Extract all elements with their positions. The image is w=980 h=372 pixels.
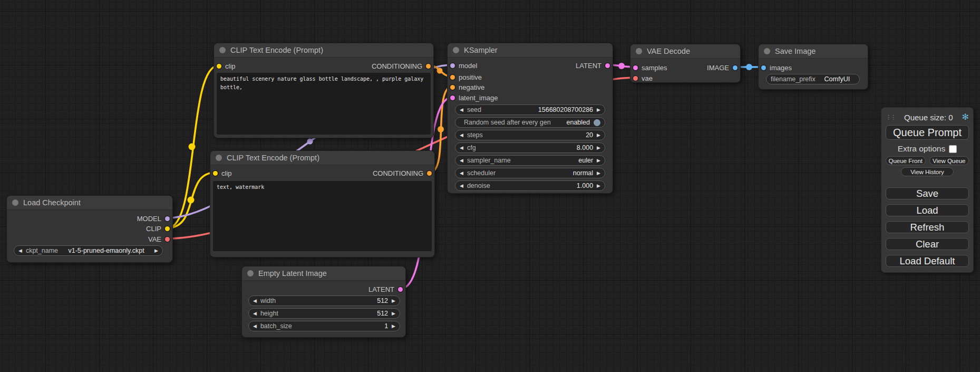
right-arrow-icon[interactable]: ▶ bbox=[392, 311, 395, 316]
output-port-clip[interactable]: CLIP bbox=[146, 224, 170, 233]
collapse-dot-icon[interactable] bbox=[219, 47, 226, 53]
positive-prompt-textarea[interactable]: beautiful scenery nature glass bottle la… bbox=[217, 73, 431, 135]
denoise-widget[interactable]: ◀ denoise 1.000 ▶ bbox=[455, 180, 605, 191]
collapse-dot-icon[interactable] bbox=[216, 155, 222, 161]
left-arrow-icon[interactable]: ◀ bbox=[253, 324, 257, 329]
collapse-dot-icon[interactable] bbox=[247, 270, 254, 276]
node-load-checkpoint[interactable]: Load Checkpoint MODEL CLIP VAE ◀ ckpt_na… bbox=[6, 195, 173, 263]
input-port-vae[interactable]: vae bbox=[633, 73, 653, 83]
load-default-button[interactable]: Load Default bbox=[886, 255, 969, 267]
image-port-dot-icon[interactable] bbox=[761, 65, 766, 70]
random-seed-toggle-icon[interactable] bbox=[594, 119, 600, 126]
save-button[interactable]: Save bbox=[886, 187, 969, 199]
collapse-dot-icon[interactable] bbox=[453, 47, 459, 53]
left-arrow-icon[interactable]: ◀ bbox=[253, 299, 257, 303]
left-arrow-icon[interactable]: ◀ bbox=[253, 311, 257, 316]
conditioning-port-dot-icon[interactable] bbox=[450, 75, 455, 80]
cfg-widget[interactable]: ◀ cfg 8.000 ▶ bbox=[455, 142, 605, 153]
steps-widget[interactable]: ◀ steps 20 ▶ bbox=[455, 130, 605, 140]
conditioning-port-dot-icon[interactable] bbox=[450, 85, 455, 90]
height-widget[interactable]: ◀ height 512 ▶ bbox=[248, 308, 400, 319]
latent-port-dot-icon[interactable] bbox=[605, 63, 610, 68]
clip-port-dot-icon[interactable] bbox=[217, 64, 221, 69]
input-port-clip[interactable]: clip bbox=[213, 168, 232, 178]
random-seed-widget[interactable]: Random seed after every gen enabled bbox=[455, 117, 605, 128]
sampler-name-widget[interactable]: ◀ sampler_name euler ▶ bbox=[455, 155, 605, 166]
node-vae-decode[interactable]: VAE Decode samples IMAGE vae bbox=[630, 44, 741, 83]
node-clip-text-encode-positive[interactable]: CLIP Text Encode (Prompt) clip CONDITION… bbox=[214, 43, 434, 138]
view-queue-button[interactable]: View Queue bbox=[929, 156, 969, 165]
node-title-bar[interactable]: CLIP Text Encode (Prompt) bbox=[210, 151, 434, 165]
left-arrow-icon[interactable]: ◀ bbox=[460, 184, 463, 188]
left-arrow-icon[interactable]: ◀ bbox=[460, 108, 463, 112]
node-save-image[interactable]: Save Image images filename_prefix ComfyU… bbox=[758, 44, 868, 90]
node-title-bar[interactable]: Load Checkpoint bbox=[7, 196, 172, 210]
clear-button[interactable]: Clear bbox=[886, 238, 969, 250]
output-port-conditioning[interactable]: CONDITIONING bbox=[372, 61, 431, 71]
output-port-latent[interactable]: LATENT bbox=[576, 61, 610, 70]
input-port-latent-image[interactable]: latent_image bbox=[450, 93, 498, 102]
batch-size-widget[interactable]: ◀ batch_size 1 ▶ bbox=[248, 321, 400, 331]
view-history-button[interactable]: View History bbox=[901, 167, 954, 176]
settings-gear-icon[interactable]: ✻ bbox=[962, 113, 969, 121]
node-title-bar[interactable]: Empty Latent Image bbox=[242, 266, 405, 281]
negative-prompt-textarea[interactable]: text, watermark bbox=[213, 181, 432, 251]
input-port-positive[interactable]: positive bbox=[450, 72, 482, 82]
load-button[interactable]: Load bbox=[886, 204, 969, 216]
queue-front-button[interactable]: Queue Front bbox=[886, 156, 926, 165]
width-widget[interactable]: ◀ width 512 ▶ bbox=[248, 295, 400, 306]
latent-port-dot-icon[interactable] bbox=[450, 96, 455, 100]
right-arrow-icon[interactable]: ▶ bbox=[597, 133, 600, 138]
collapse-dot-icon[interactable] bbox=[12, 199, 18, 206]
scheduler-widget[interactable]: ◀ scheduler normal ▶ bbox=[455, 168, 605, 178]
latent-port-dot-icon[interactable] bbox=[633, 65, 638, 70]
left-arrow-icon[interactable]: ◀ bbox=[460, 146, 463, 150]
filename-prefix-widget[interactable]: filename_prefix ComfyUI bbox=[766, 74, 860, 84]
node-clip-text-encode-negative[interactable]: CLIP Text Encode (Prompt) clip CONDITION… bbox=[210, 150, 435, 257]
right-arrow-icon[interactable]: ▶ bbox=[597, 158, 600, 163]
input-port-negative[interactable]: negative bbox=[450, 82, 484, 92]
conditioning-port-dot-icon[interactable] bbox=[426, 64, 431, 69]
right-arrow-icon[interactable]: ▶ bbox=[597, 108, 600, 112]
clip-port-dot-icon[interactable] bbox=[165, 226, 170, 231]
input-port-samples[interactable]: samples bbox=[633, 63, 667, 72]
conditioning-port-dot-icon[interactable] bbox=[427, 171, 432, 176]
drag-handle-icon[interactable]: ⋮⋮ bbox=[886, 115, 895, 120]
collapse-dot-icon[interactable] bbox=[636, 48, 642, 54]
node-title-bar[interactable]: VAE Decode bbox=[630, 44, 740, 59]
node-title-bar[interactable]: KSampler bbox=[448, 43, 613, 58]
right-arrow-icon[interactable]: ▶ bbox=[597, 184, 600, 188]
right-arrow-icon[interactable]: ▶ bbox=[154, 249, 158, 253]
node-title-bar[interactable]: Save Image bbox=[759, 44, 868, 59]
node-title-bar[interactable]: CLIP Text Encode (Prompt) bbox=[214, 43, 433, 58]
right-arrow-icon[interactable]: ▶ bbox=[392, 299, 395, 303]
model-port-dot-icon[interactable] bbox=[450, 63, 455, 68]
right-arrow-icon[interactable]: ▶ bbox=[392, 324, 395, 329]
output-port-model[interactable]: MODEL bbox=[137, 214, 170, 223]
left-arrow-icon[interactable]: ◀ bbox=[460, 171, 463, 176]
queue-prompt-button[interactable]: Queue Prompt bbox=[886, 125, 969, 140]
ckpt-name-widget[interactable]: ◀ ckpt_name v1-5-pruned-emaonly.ckpt ▶ bbox=[14, 245, 163, 256]
left-arrow-icon[interactable]: ◀ bbox=[460, 133, 463, 138]
vae-port-dot-icon[interactable] bbox=[633, 76, 638, 81]
output-port-latent[interactable]: LATENT bbox=[368, 284, 403, 294]
input-port-model[interactable]: model bbox=[450, 61, 477, 70]
left-arrow-icon[interactable]: ◀ bbox=[460, 158, 463, 163]
right-arrow-icon[interactable]: ▶ bbox=[597, 171, 600, 176]
node-graph-canvas[interactable]: Load Checkpoint MODEL CLIP VAE ◀ ckpt_na… bbox=[0, 0, 980, 372]
refresh-button[interactable]: Refresh bbox=[886, 221, 969, 233]
left-arrow-icon[interactable]: ◀ bbox=[18, 249, 22, 253]
vae-port-dot-icon[interactable] bbox=[165, 237, 170, 242]
right-arrow-icon[interactable]: ▶ bbox=[597, 146, 600, 150]
extra-options-checkbox[interactable] bbox=[949, 145, 957, 153]
output-port-vae[interactable]: VAE bbox=[148, 234, 170, 244]
node-empty-latent-image[interactable]: Empty Latent Image LATENT ◀ width 512 ▶ … bbox=[241, 266, 406, 338]
input-port-images[interactable]: images bbox=[761, 63, 792, 72]
collapse-dot-icon[interactable] bbox=[764, 48, 770, 54]
seed-widget[interactable]: ◀ seed 156680208700286 ▶ bbox=[455, 104, 605, 115]
image-port-dot-icon[interactable] bbox=[733, 65, 738, 70]
model-port-dot-icon[interactable] bbox=[165, 216, 170, 221]
input-port-clip[interactable]: clip bbox=[217, 61, 236, 71]
latent-port-dot-icon[interactable] bbox=[398, 287, 403, 292]
clip-port-dot-icon[interactable] bbox=[213, 171, 218, 176]
